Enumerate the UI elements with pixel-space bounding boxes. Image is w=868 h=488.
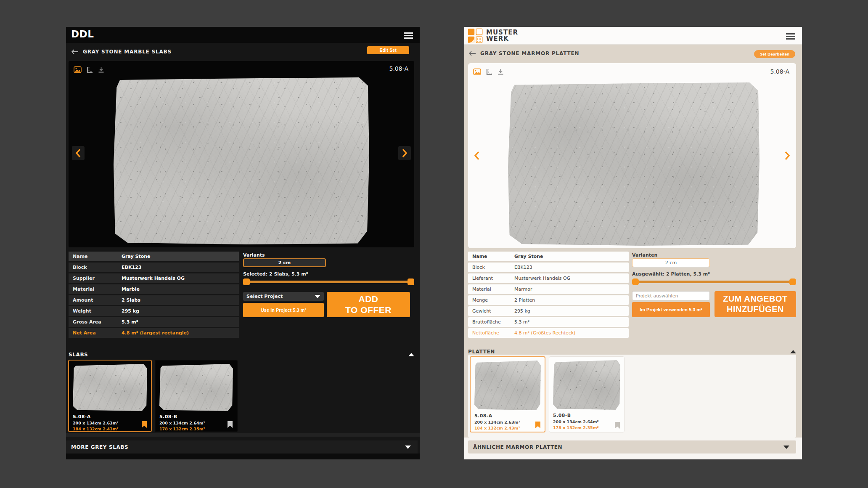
row-label: Weight [69,308,122,314]
zum-angebot-button[interactable]: ZUM ANGEBOTHINZUFÜGEN [715,291,796,317]
left-brand-logo: DDL [71,29,94,40]
row-label: Amount [69,297,122,303]
variants-label: Variants [243,252,265,258]
row-label: Lieferant [468,276,514,281]
slab-gross-dim: 200 x 134cm 2.64m² [159,421,233,425]
chevron-down-icon [315,295,320,298]
next-slab-button[interactable] [398,146,411,160]
right-page-title: GRAY STONE MARMOR PLATTEN [480,50,579,56]
right-app-panel: MUSTER WERK GRAY STONE MARMOR PLATTEN Se… [464,27,802,459]
row-label: Block [69,265,122,270]
row-value: Marmor [514,286,532,292]
row-label: Gross Area [69,319,122,325]
im-projekt-verwenden-button[interactable]: Im Projekt verwenden 5.3 m² [632,302,710,317]
table-row: Menge2 Platten [468,295,629,305]
menu-icon[interactable] [786,33,795,40]
slab-thumbnail [159,364,233,411]
slider-handle-left[interactable] [243,278,250,285]
project-select[interactable]: Select Project [243,292,324,301]
row-label: Material [69,286,122,292]
row-label: Bruttofläche [468,319,514,325]
row-label: Nettofläche [468,330,514,336]
more-grey-slabs-row[interactable]: MORE GREY SLABS [66,440,418,454]
row-value: 2 Slabs [122,297,140,303]
row-value: 4.8 m² (largest rectangle) [122,330,189,336]
slab-net-dim: 178 x 132cm 2.35m² [159,427,233,431]
left-page-title: GRAY STONE MARBLE SLABS [83,49,172,55]
ruler-icon[interactable] [486,69,492,75]
slider-track [632,281,796,283]
add-line1: ZUM ANGEBOT [723,294,788,303]
platten-heading: PLATTEN [468,349,495,355]
bookmark-icon[interactable] [227,421,233,428]
next-slab-button[interactable] [781,149,794,163]
brand-word-2: WERK [486,36,518,42]
table-row: MaterialMarmor [468,284,629,294]
bookmark-icon[interactable] [614,422,620,429]
prev-slab-button[interactable] [72,146,85,160]
table-row: NameGray Stone [69,252,239,261]
triangle-down-icon[interactable] [783,446,789,449]
selected-summary: Selected: 2 Slabs, 5.3 m² [243,271,308,277]
slab-thumbnail [73,364,147,411]
triangle-down-icon[interactable] [405,446,411,449]
slab-range-slider[interactable] [632,278,796,285]
row-label: Name [468,254,514,259]
back-arrow-icon[interactable] [71,49,79,54]
slab-card-508b[interactable]: 5.08-B 200 x 134cm 2.64m² 178 x 132cm 2.… [549,356,625,432]
slab-net-dim: 184 x 132cm 2.43m² [73,427,147,431]
row-label: Material [468,286,514,292]
add-to-offer-button[interactable]: ADDTO OFFER [327,292,410,317]
slab-range-slider[interactable] [243,278,414,285]
slab-card-508a[interactable]: 5.08-A 200 x 134cm 2.63m² 184 x 132cm 2.… [470,356,545,432]
project-select-value: Select Project [246,294,283,299]
right-details-table: NameGray Stone BlockEBK123 LieferantMust… [468,252,629,339]
row-value: 2 Platten [514,297,535,303]
slab-image[interactable] [508,82,760,246]
chevron-right-icon [784,151,790,160]
slab-card-508b[interactable]: 5.08-B 200 x 134cm 2.64m² 178 x 132cm 2.… [155,360,238,432]
more-slabs-label: MORE GREY SLABS [71,444,128,450]
image-icon[interactable] [74,66,82,73]
slab-net-dim: 184 x 132cm 2.43m² [474,426,541,430]
musterwerk-logo-icon [468,28,483,43]
variant-option-button[interactable]: 2 cm [632,258,710,267]
image-icon[interactable] [473,68,481,75]
project-select-input[interactable] [632,291,710,300]
slider-handle-right[interactable] [789,278,796,285]
bookmark-icon[interactable] [535,421,541,429]
bookmark-icon[interactable] [141,421,147,428]
triangle-up-icon[interactable] [790,350,796,353]
set-bearbeiten-button[interactable]: Set Bearbeiten [754,50,795,58]
slider-handle-left[interactable] [632,278,639,285]
chevron-left-icon [75,149,81,158]
similar-platten-row[interactable]: ÄHNLICHE MARMOR PLATTEN [468,440,796,454]
slab-gross-dim: 200 x 134cm 2.63m² [474,420,541,424]
slabs-section-header[interactable]: SLABS [69,351,414,358]
slab-image[interactable] [114,77,369,244]
back-arrow-icon[interactable] [468,51,476,56]
ruler-icon[interactable] [87,66,93,73]
row-value: 5.3 m² [514,319,529,325]
download-icon[interactable] [498,69,504,75]
slider-track [243,281,414,283]
left-breadcrumb: GRAY STONE MARBLE SLABS [71,49,172,55]
right-slab-viewer: 5.08-A [468,63,796,248]
left-app-panel: DDL GRAY STONE MARBLE SLABS Edit Set 5.0… [66,27,420,459]
slab-card-508a[interactable]: 5.08-A 200 x 134cm 2.63m² 184 x 132cm 2.… [68,360,152,432]
prev-slab-button[interactable] [471,149,483,163]
row-label: Menge [468,297,514,303]
menu-icon[interactable] [404,32,413,39]
add-line2: HINZUFÜGEN [727,305,784,314]
triangle-up-icon[interactable] [408,353,414,356]
slider-handle-right[interactable] [408,278,414,285]
use-in-project-button[interactable]: Use in Project 5.3 m² [243,303,324,317]
row-value: 295 kg [514,308,530,314]
variant-option-button[interactable]: 2 cm [243,258,326,267]
slab-card-id: 5.08-A [474,413,541,419]
edit-set-button[interactable]: Edit Set [367,46,409,54]
slab-gross-dim: 200 x 134cm 2.63m² [73,421,147,425]
similar-platten-label: ÄHNLICHE MARMOR PLATTEN [473,444,562,450]
download-icon[interactable] [98,66,104,73]
slab-card-id: 5.08-B [553,413,620,418]
